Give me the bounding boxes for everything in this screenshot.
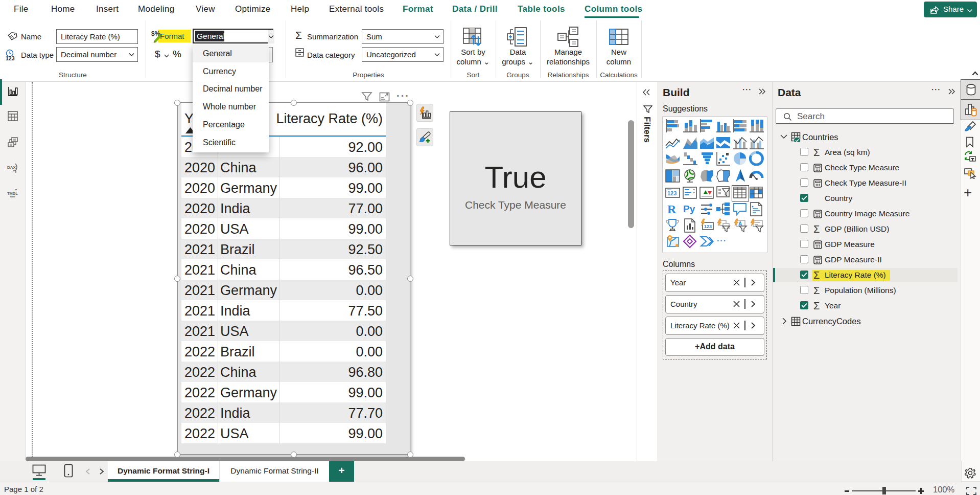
svg-text:···: ··· <box>717 236 727 245</box>
svg-text:123: 123 <box>6 55 15 61</box>
svg-text:DAX: DAX <box>7 165 16 170</box>
svg-text:Py: Py <box>683 204 695 214</box>
svg-text:123: 123 <box>667 190 676 196</box>
svg-text:123: 123 <box>704 224 712 229</box>
svg-text:R: R <box>667 202 676 216</box>
svg-text:TMDL: TMDL <box>7 191 18 196</box>
